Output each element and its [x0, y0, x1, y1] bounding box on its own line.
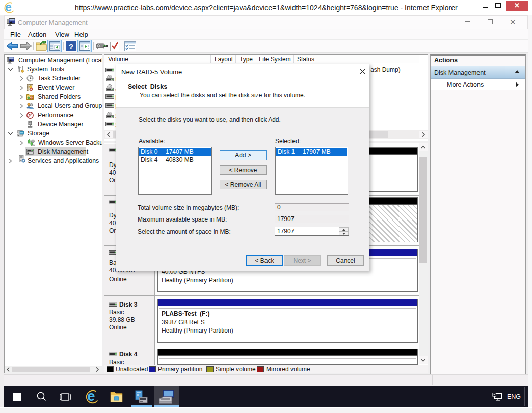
- svg-text:22: 22: [30, 96, 34, 99]
